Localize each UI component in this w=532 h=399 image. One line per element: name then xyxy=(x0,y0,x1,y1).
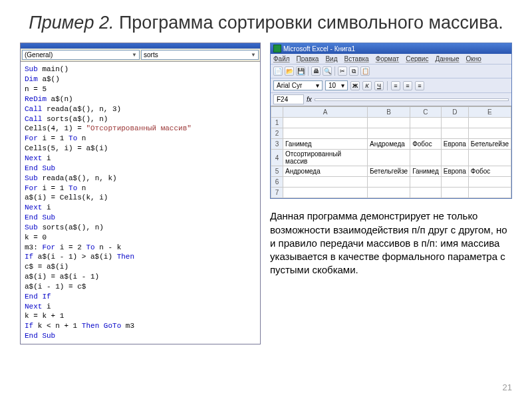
fx-label[interactable]: fx xyxy=(307,96,312,103)
cell[interactable] xyxy=(468,150,511,166)
separator xyxy=(308,66,309,76)
cut-icon[interactable]: ✂ xyxy=(338,66,347,76)
page-number: 21 xyxy=(503,382,512,392)
excel-toolbar-standard: 📄 📂 💾 🖶 🔍 ✂ ⧉ 📋 xyxy=(271,65,511,78)
description-text: Данная программа демонстрирует не только… xyxy=(270,209,512,277)
formula-input[interactable] xyxy=(315,98,509,101)
col-header[interactable]: D xyxy=(441,107,468,118)
row-header[interactable]: 5 xyxy=(271,166,283,177)
menu-item[interactable]: Формат xyxy=(376,55,400,63)
cell[interactable] xyxy=(283,177,368,188)
align-center-icon[interactable]: ≡ xyxy=(403,81,412,90)
separator xyxy=(387,81,388,90)
procedure-dropdown-value: sorts xyxy=(144,51,158,59)
cell[interactable] xyxy=(368,118,410,128)
menu-item[interactable]: Вставка xyxy=(344,55,368,63)
cell[interactable]: Бетельгейзе xyxy=(468,139,511,150)
excel-formula-bar: F24 fx xyxy=(271,93,511,106)
cell[interactable] xyxy=(468,128,511,139)
window-titlebar xyxy=(21,43,260,49)
cell[interactable] xyxy=(410,128,442,139)
code-area[interactable]: Sub main()Dim a$()n = 5ReDim a$(n)Call r… xyxy=(21,62,260,344)
cell[interactable] xyxy=(468,118,511,128)
cell[interactable] xyxy=(283,118,368,128)
chevron-down-icon: ▼ xyxy=(132,52,137,58)
excel-window: Microsoft Excel - Книга1 ФайлПравкаВидВс… xyxy=(270,43,512,199)
col-header[interactable]: E xyxy=(468,107,511,118)
menu-item[interactable]: Окно xyxy=(466,55,481,63)
cell[interactable] xyxy=(368,177,410,188)
menu-item[interactable]: Вид xyxy=(325,55,337,63)
fontsize-select[interactable]: 10▾ xyxy=(325,80,348,90)
open-icon[interactable]: 📂 xyxy=(285,66,294,76)
underline-button[interactable]: Ч xyxy=(374,81,384,90)
title-prefix: Пример 2. xyxy=(29,13,114,33)
chevron-down-icon: ▾ xyxy=(341,82,344,89)
cell[interactable]: Отсортированный массив xyxy=(283,150,368,166)
cell[interactable] xyxy=(441,188,468,198)
excel-icon xyxy=(273,45,281,53)
cell[interactable] xyxy=(283,128,368,139)
col-header[interactable]: B xyxy=(368,107,410,118)
procedure-dropdown[interactable]: sorts▼ xyxy=(141,50,259,60)
italic-button[interactable]: К xyxy=(362,81,372,90)
excel-menu-bar: ФайлПравкаВидВставкаФорматСервисДанныеОк… xyxy=(271,54,511,65)
cell[interactable] xyxy=(441,128,468,139)
cell[interactable] xyxy=(410,150,442,166)
cell[interactable]: Бетельгейзе xyxy=(368,166,410,177)
col-header[interactable]: A xyxy=(283,107,368,118)
preview-icon[interactable]: 🔍 xyxy=(323,66,332,76)
col-header[interactable]: C xyxy=(410,107,442,118)
cell[interactable]: Андромеда xyxy=(368,139,410,150)
cell[interactable] xyxy=(441,150,468,166)
menu-item[interactable]: Файл xyxy=(273,55,290,63)
row-header[interactable]: 4 xyxy=(271,150,283,166)
align-right-icon[interactable]: ≡ xyxy=(415,81,424,90)
cell[interactable]: Андромеда xyxy=(283,166,368,177)
cell[interactable] xyxy=(468,188,511,198)
row-header[interactable]: 6 xyxy=(271,177,283,188)
separator xyxy=(334,66,335,76)
copy-icon[interactable]: ⧉ xyxy=(349,66,358,76)
vba-editor: (General)▼ sorts▼ Sub main()Dim a$()n = … xyxy=(20,43,261,344)
cell[interactable] xyxy=(441,177,468,188)
cell[interactable] xyxy=(468,177,511,188)
save-icon[interactable]: 💾 xyxy=(296,66,305,76)
menu-item[interactable]: Сервис xyxy=(406,55,428,63)
cell[interactable]: Ганимед xyxy=(410,166,442,177)
excel-titlebar: Microsoft Excel - Книга1 xyxy=(271,43,511,54)
row-header[interactable]: 3 xyxy=(271,139,283,150)
row-header[interactable]: 1 xyxy=(271,118,283,128)
slide-title: Пример 2. Программа сортировки символьно… xyxy=(20,12,512,33)
cell[interactable] xyxy=(410,118,442,128)
row-header[interactable]: 2 xyxy=(271,128,283,139)
menu-item[interactable]: Правка xyxy=(297,55,319,63)
cell[interactable]: Европа xyxy=(441,166,468,177)
excel-toolbar-format: Arial Cyr▾ 10▾ Ж К Ч ≡ ≡ ≡ xyxy=(271,78,511,93)
excel-title-text: Microsoft Excel - Книга1 xyxy=(283,45,355,53)
font-select[interactable]: Arial Cyr▾ xyxy=(273,80,323,90)
print-icon[interactable]: 🖶 xyxy=(311,66,321,76)
paste-icon[interactable]: 📋 xyxy=(360,66,370,76)
chevron-down-icon: ▾ xyxy=(316,82,319,89)
excel-grid[interactable]: ABCDE123ГанимедАндромедаФобосЕвропаБетел… xyxy=(271,106,511,198)
cell[interactable]: Европа xyxy=(441,139,468,150)
cell[interactable] xyxy=(410,188,442,198)
align-left-icon[interactable]: ≡ xyxy=(391,81,400,90)
cell[interactable] xyxy=(410,177,442,188)
cell[interactable]: Фобос xyxy=(410,139,442,150)
title-rest: Программа сортировки символьного массива… xyxy=(114,13,503,33)
cell[interactable] xyxy=(368,128,410,139)
new-icon[interactable]: 📄 xyxy=(273,66,283,76)
menu-item[interactable]: Данные xyxy=(435,55,459,63)
cell[interactable] xyxy=(441,118,468,128)
cell[interactable] xyxy=(368,150,410,166)
row-header[interactable]: 7 xyxy=(271,188,283,198)
cell[interactable]: Фобос xyxy=(468,166,511,177)
cell[interactable] xyxy=(283,188,368,198)
bold-button[interactable]: Ж xyxy=(350,81,360,90)
cell[interactable] xyxy=(368,188,410,198)
object-dropdown[interactable]: (General)▼ xyxy=(22,50,140,60)
name-box[interactable]: F24 xyxy=(273,94,304,104)
cell[interactable]: Ганимед xyxy=(283,139,368,150)
